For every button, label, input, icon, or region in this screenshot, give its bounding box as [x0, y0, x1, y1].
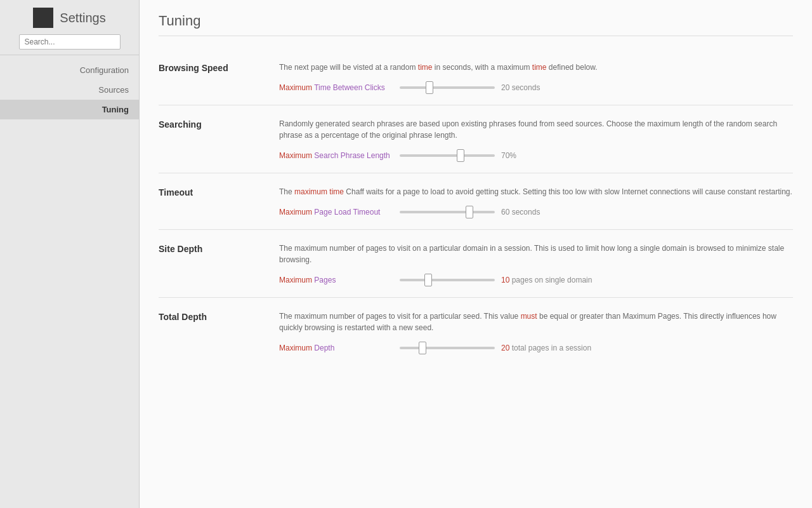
section-title-total-depth: Total Depth	[159, 312, 260, 322]
section-title-col-total-depth: Total Depth	[159, 311, 260, 352]
section-searching: Searching Randomly generated search phra…	[159, 105, 793, 173]
sidebar-item-tuning[interactable]: Tuning	[0, 100, 139, 119]
section-title-searching: Searching	[159, 119, 260, 130]
section-browsing-speed: Browsing Speed The next page will be vis…	[159, 49, 793, 105]
section-content-browsing-speed: The next page will be visted at a random…	[279, 62, 793, 92]
slider-label-maximum-depth: Maximum Depth	[279, 344, 393, 352]
section-content-timeout: The maximum time Chaff waits for a page …	[279, 186, 793, 217]
section-content-site-depth: The maximum number of pages to visit on …	[279, 243, 793, 284]
slider-label-maximum-pages: Maximum Pages	[279, 276, 393, 284]
sidebar-logo-title: Settings	[33, 8, 105, 28]
section-total-depth: Total Depth The maximum number of pages …	[159, 298, 793, 365]
slider-value-maximum-pages: 10 pages on single domain	[501, 276, 592, 284]
slider-value-page-load-timeout: 60 seconds	[501, 208, 577, 217]
section-content-searching: Randomly generated search phrases are ba…	[279, 118, 793, 160]
slider-label-page-load-timeout: Maximum Page Load Timeout	[279, 208, 393, 217]
section-title-col-site-depth: Site Depth	[159, 243, 260, 284]
slider-maximum-pages[interactable]	[400, 279, 495, 281]
section-timeout: Timeout The maximum time Chaff waits for…	[159, 173, 793, 230]
sidebar-item-sources[interactable]: Sources	[0, 80, 139, 100]
slider-search-phrase-length[interactable]	[400, 154, 495, 157]
section-title-col-searching: Searching	[159, 118, 260, 160]
slider-row-search-phrase-length: Maximum Search Phrase Length 70%	[279, 151, 793, 160]
sidebar-item-configuration[interactable]: Configuration	[0, 60, 139, 80]
section-content-total-depth: The maximum number of pages to visit for…	[279, 311, 793, 352]
slider-row-maximum-pages: Maximum Pages 10 pages on single domain	[279, 276, 793, 284]
slider-value-maximum-depth: 20 total pages in a session	[501, 344, 591, 352]
app-logo	[33, 8, 53, 28]
sidebar-header: Settings	[0, 0, 139, 55]
section-title-site-depth: Site Depth	[159, 244, 260, 254]
section-desc-total-depth: The maximum number of pages to visit for…	[279, 311, 793, 333]
main-content: Tuning Browsing Speed The next page will…	[140, 0, 812, 508]
section-title-col-browsing-speed: Browsing Speed	[159, 62, 260, 92]
slider-time-between-clicks[interactable]	[400, 86, 495, 89]
section-site-depth: Site Depth The maximum number of pages t…	[159, 230, 793, 298]
slider-row-page-load-timeout: Maximum Page Load Timeout 60 seconds	[279, 208, 793, 217]
sidebar-title: Settings	[60, 11, 105, 25]
slider-page-load-timeout[interactable]	[400, 211, 495, 213]
slider-row-time-between-clicks: Maximum Time Between Clicks 20 seconds	[279, 83, 793, 92]
sidebar: Settings Configuration Sources Tuning	[0, 0, 140, 508]
section-desc-searching: Randomly generated search phrases are ba…	[279, 118, 793, 141]
desc-highlight: time	[418, 63, 433, 72]
search-input[interactable]	[19, 34, 121, 50]
slider-value-search-phrase-length: 70%	[501, 151, 577, 160]
section-title-timeout: Timeout	[159, 187, 260, 197]
page-title: Tuning	[159, 13, 793, 36]
section-desc-browsing-speed: The next page will be visted at a random…	[279, 62, 793, 73]
sidebar-nav: Configuration Sources Tuning	[0, 60, 139, 119]
slider-maximum-depth[interactable]	[400, 347, 495, 349]
slider-label-search-phrase-length: Maximum Search Phrase Length	[279, 151, 393, 160]
section-desc-site-depth: The maximum number of pages to visit on …	[279, 243, 793, 265]
section-desc-timeout: The maximum time Chaff waits for a page …	[279, 186, 793, 197]
slider-value-time-between-clicks: 20 seconds	[501, 83, 577, 92]
slider-label-time-between-clicks: Maximum Time Between Clicks	[279, 83, 393, 92]
section-title-browsing-speed: Browsing Speed	[159, 63, 260, 73]
desc-highlight2: time	[532, 63, 547, 72]
section-title-col-timeout: Timeout	[159, 186, 260, 217]
slider-row-maximum-depth: Maximum Depth 20 total pages in a sessio…	[279, 344, 793, 352]
